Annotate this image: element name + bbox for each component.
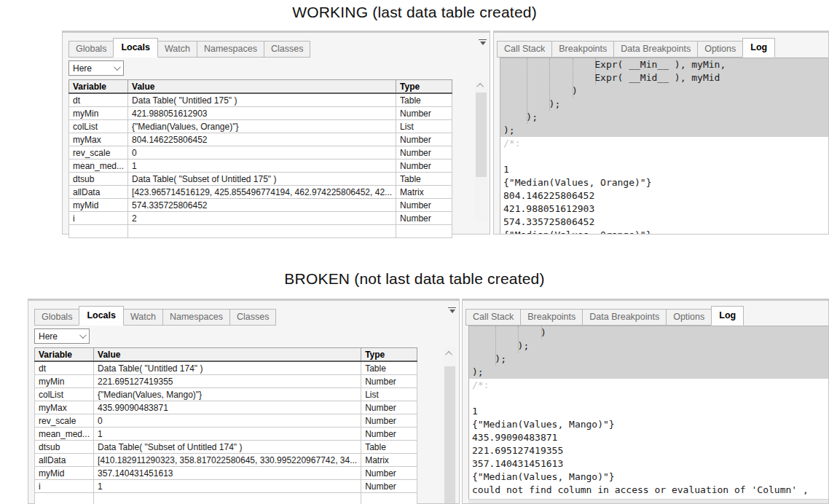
variable-value [128, 225, 396, 238]
log-line: /*: [500, 137, 828, 150]
log-line: 221.695127419355 [469, 444, 828, 457]
variable-name: allData [35, 454, 94, 467]
tab-breakpoints[interactable]: Breakpoints [551, 41, 614, 58]
tab-log[interactable]: Log [742, 38, 775, 58]
tab-call-stack[interactable]: Call Stack [465, 309, 521, 326]
scroll-up-arrow-icon[interactable] [475, 79, 487, 92]
variable-value: Data Table( "Subset of Untitled 175" ) [128, 173, 396, 186]
variable-value: 574.335725806452 [128, 199, 396, 212]
variable-value: Data Table( "Subset of Untitled 174" ) [94, 441, 361, 454]
variable-value: 2 [128, 212, 396, 225]
scope-dropdown[interactable]: Here [34, 328, 90, 344]
variable-row[interactable]: rev_scale0Number [35, 414, 417, 428]
tab-data-breakpoints[interactable]: Data Breakpoints [582, 309, 667, 326]
scrollbar-thumb[interactable] [444, 366, 455, 503]
tab-breakpoints[interactable]: Breakpoints [520, 309, 583, 326]
scrollbar-thumb[interactable] [476, 92, 487, 177]
variable-row[interactable]: rev_scale0Number [69, 146, 452, 160]
column-header-variable[interactable]: Variable [35, 348, 94, 362]
log-line: 804.146225806452 [500, 189, 828, 202]
column-header-type[interactable]: Type [361, 348, 417, 362]
variable-row[interactable]: dtData Table( "Untitled 175" )Table [69, 93, 452, 107]
variable-row[interactable] [69, 225, 452, 238]
variables-table: VariableValueTypedtData Table( "Untitled… [34, 347, 417, 504]
tab-globals[interactable]: Globals [34, 309, 79, 326]
tab-namespaces[interactable]: Namespaces [162, 309, 230, 326]
scope-dropdown-value: Here [39, 331, 58, 342]
tab-locals[interactable]: Locals [113, 38, 158, 58]
column-header-variable[interactable]: Variable [69, 80, 128, 94]
log-output[interactable]: ) ); ););/*: 1{"Median(Values, Mango)"}4… [468, 326, 828, 503]
log-line: 421.988051612903 [500, 202, 828, 216]
tab-options[interactable]: Options [666, 309, 712, 326]
screenshot-canvas: WORKING (last data table created) Global… [0, 0, 829, 504]
splitter-collapse-icon[interactable] [448, 307, 456, 316]
splitter-collapse-icon[interactable] [479, 39, 487, 48]
variable-row[interactable]: mean_med...1Number [69, 160, 452, 173]
variable-row[interactable]: allData[410.182911290323, 358.8170225806… [35, 454, 417, 467]
variable-name: myMax [35, 401, 94, 414]
log-line: ) [469, 326, 828, 339]
tab-locals[interactable]: Locals [79, 306, 124, 326]
variable-row[interactable]: myMin221.695127419355Number [35, 375, 417, 388]
variables-panel-working: GlobalsLocalsWatchNamespacesClasses Here… [62, 31, 490, 235]
tab-watch[interactable]: Watch [123, 309, 163, 326]
variable-row[interactable]: myMin421.988051612903Number [69, 107, 452, 120]
variable-row[interactable]: i1Number [35, 480, 417, 493]
log-line: ); [469, 339, 828, 353]
variable-value: 435.99090483871 [94, 401, 361, 414]
variable-type: Matrix [361, 454, 417, 467]
variable-row[interactable]: i2Number [69, 212, 452, 225]
variable-type: Number [396, 212, 452, 225]
scroll-up-arrow-icon[interactable] [444, 347, 456, 360]
scope-dropdown[interactable]: Here [68, 60, 124, 76]
tab-call-stack[interactable]: Call Stack [497, 41, 552, 58]
variable-name: mean_med... [69, 160, 128, 173]
variable-row[interactable]: colList{"Median(Values, Orange)"}List [69, 120, 452, 133]
indent-guide [527, 58, 527, 124]
tab-globals[interactable]: Globals [68, 41, 114, 58]
variable-row[interactable]: myMax435.99090483871Number [35, 401, 417, 414]
log-line: ); [500, 111, 828, 124]
variable-type: Table [396, 93, 452, 107]
indent-guide [541, 326, 542, 339]
variable-name: myMin [69, 107, 128, 120]
variable-row[interactable]: dtsubData Table( "Subset of Untitled 174… [35, 441, 417, 454]
variable-row[interactable]: dtData Table( "Untitled 174" )Table [35, 361, 417, 375]
indent-guide [518, 326, 519, 353]
variable-row[interactable]: allData[423.965714516129, 425.8554967741… [69, 186, 452, 199]
variable-name: dtsub [69, 173, 128, 186]
log-line: 1 [500, 163, 828, 176]
vertical-scrollbar[interactable] [444, 347, 456, 503]
tab-watch[interactable]: Watch [157, 41, 197, 58]
variable-row[interactable]: myMid574.335725806452Number [69, 199, 452, 212]
variable-name: i [69, 212, 128, 225]
variable-row[interactable]: mean_med...1Number [35, 428, 417, 441]
log-output[interactable]: Expr( __Min__ ), myMin, Expr( __Mid__ ),… [500, 58, 828, 234]
debug-panel-broken: Call StackBreakpointsData BreakpointsOpt… [462, 299, 829, 504]
tab-classes[interactable]: Classes [229, 309, 276, 326]
tab-namespaces[interactable]: Namespaces [197, 41, 264, 58]
variable-row[interactable]: colList{"Median(Values, Mango)"}List [35, 388, 417, 401]
variable-row[interactable]: dtsubData Table( "Subset of Untitled 175… [69, 173, 452, 186]
tab-options[interactable]: Options [697, 41, 743, 58]
variable-type: Number [396, 160, 452, 173]
column-header-type[interactable]: Type [396, 80, 452, 94]
tab-log[interactable]: Log [711, 306, 744, 326]
column-header-value[interactable]: Value [94, 348, 361, 362]
log-line: {"Median(Values, Mango)"} [469, 418, 828, 431]
variable-row[interactable] [35, 493, 417, 504]
variable-row[interactable]: myMid357.140431451613Number [35, 467, 417, 480]
column-header-value[interactable]: Value [128, 80, 396, 94]
variable-row[interactable]: myMax804.146225806452Number [69, 133, 452, 146]
vertical-scrollbar[interactable] [475, 79, 487, 222]
variable-name [35, 493, 94, 504]
variable-name: i [35, 480, 94, 493]
variable-type: List [396, 120, 452, 133]
tab-classes[interactable]: Classes [264, 41, 310, 58]
variable-type: Number [361, 375, 417, 388]
tab-data-breakpoints[interactable]: Data Breakpoints [613, 41, 698, 58]
horizontal-scrollbar[interactable] [468, 499, 828, 503]
variable-value: 221.695127419355 [94, 375, 361, 388]
variable-type: Number [361, 428, 417, 441]
